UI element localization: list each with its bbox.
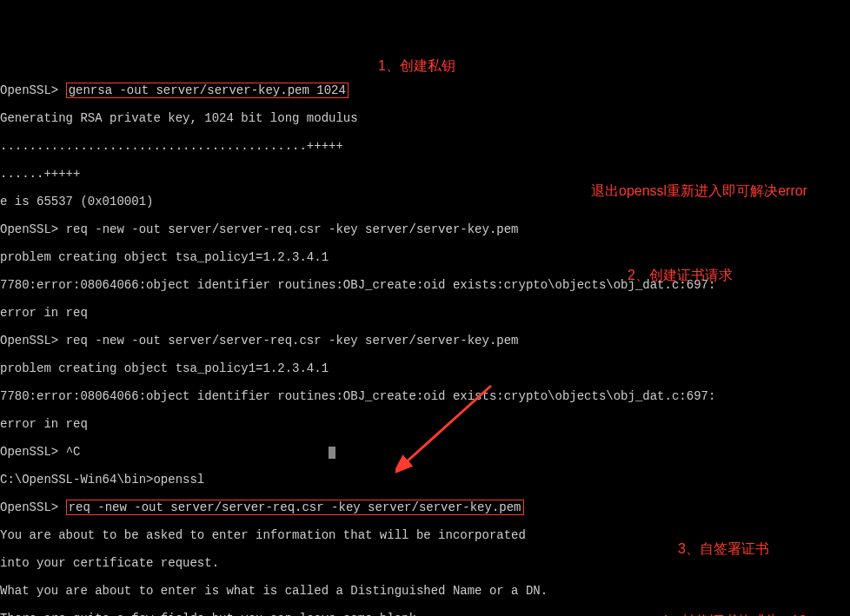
annotation-2: 2、创建证书请求 [628, 268, 733, 282]
out-pcobj: problem creating object tsa_policy1=1.2.… [0, 250, 850, 264]
prompt: OpenSSL> [0, 445, 66, 459]
out-pcobj2: problem creating object tsa_policy1=1.2.… [0, 361, 850, 375]
out-dots: ........................................… [0, 139, 850, 153]
cmd-genrsa: genrsa -out server/server-key.pem 1024 [69, 83, 346, 97]
out-about3: What you are about to enter is what is c… [0, 584, 850, 598]
prompt: OpenSSL> [0, 222, 66, 236]
out-dots2: ......+++++ [0, 167, 850, 181]
cmd-req2: req -new -out server/server-req.csr -key… [66, 334, 519, 348]
out-errreq: error in req [0, 306, 850, 320]
cd-line: C:\OpenSSL-Win64\bin>openssl [0, 473, 850, 487]
prompt: OpenSSL> [0, 334, 66, 348]
cursor [329, 447, 335, 459]
cmd-req3-box: req -new -out server/server-req.csr -key… [66, 500, 524, 515]
out-genrsa: Generating RSA private key, 1024 bit lon… [0, 111, 850, 125]
cmd-genrsa-box: genrsa -out server/server-key.pem 1024 [66, 83, 349, 98]
prompt: OpenSSL> [0, 83, 66, 97]
cmd-req1: req -new -out server/server-req.csr -key… [66, 222, 519, 236]
cmd-req3: req -new -out server/server-req.csr -key… [69, 500, 521, 514]
prompt: OpenSSL> [0, 500, 66, 514]
out-errreq2: error in req [0, 417, 850, 431]
annotation-3: 3、自签署证书 [678, 542, 769, 556]
annotation-1: 1、创建私钥 [378, 59, 455, 73]
annotation-error: 退出openssl重新进入即可解决error [591, 184, 807, 198]
cmd-ctrlc: ^C [66, 445, 81, 459]
out-about2: into your certificate request. [0, 556, 850, 570]
terminal-window[interactable]: OpenSSL> genrsa -out server/server-key.p… [0, 56, 850, 616]
out-err77802: 7780:error:08064066:object identifier ro… [0, 389, 850, 403]
out-about1: You are about to be asked to enter infor… [0, 528, 850, 542]
